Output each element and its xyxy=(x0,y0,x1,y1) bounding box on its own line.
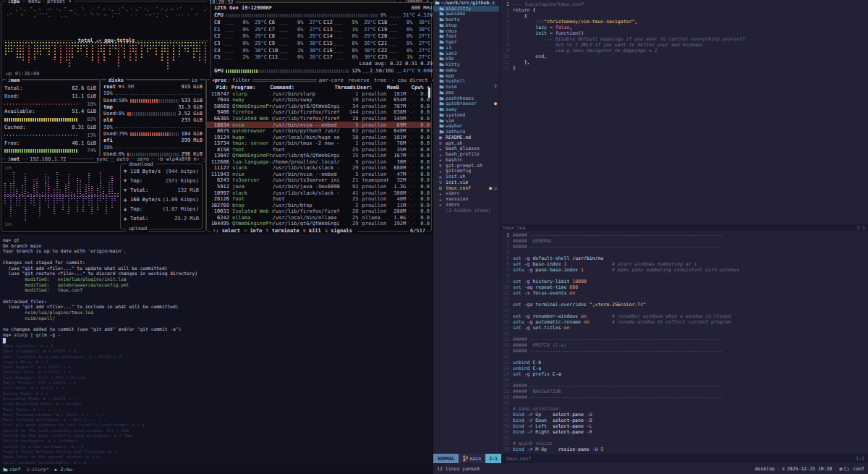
proc-row[interactable]: 13734tmux: server/usr/bin/tmux -2 new -s… xyxy=(207,140,431,147)
net-up-bar xyxy=(109,182,110,195)
tree-file-bash_aliases[interactable]: ★bash_aliases xyxy=(433,146,499,152)
ghost-line: Move focused workspace: ⊞ + Alt + ↑ ↓ ← … xyxy=(3,418,144,423)
editor-buffer-tmux-conf[interactable]: 1##### ---------------------------------… xyxy=(500,232,868,453)
filter-button[interactable]: filter xyxy=(230,77,252,83)
proc-row[interactable]: 18834nvim/usr/bin/nvim --embed5proullon6… xyxy=(207,122,431,128)
proc-row[interactable]: 6243ts3server/usr/bin/ts3server inifi21t… xyxy=(207,177,431,184)
ghost-line: Open Support: ⊞ + Shift + s xyxy=(3,365,144,370)
sort-selector[interactable]: ‹ cpu direct › xyxy=(389,77,436,83)
tree-folder-qutebrowser[interactable]: qutebrowser● xyxy=(433,101,499,107)
net-sync-button[interactable]: sync xyxy=(94,156,111,162)
tree-file-zshrc[interactable]: ★zshrc xyxy=(433,202,499,208)
menu-button[interactable]: menu xyxy=(26,0,43,4)
net-up-bar xyxy=(25,174,26,195)
tree-folder-alacritty[interactable]: alacritty xyxy=(433,6,499,12)
tree-file-init.vim[interactable]: Ⅴinit.vim xyxy=(433,179,499,185)
proc-box-title[interactable]: 4proc xyxy=(210,77,229,83)
editor-buffer-tmux-lua[interactable]: 1--- lua/plugins/tmux.conf2return {3 {4 … xyxy=(500,1,868,223)
net-stat-row: ▲Total:25.2 MiB xyxy=(121,214,202,224)
tree-file-apt.sh[interactable]: ≣apt.sh xyxy=(433,140,499,146)
tree-folder-kitty[interactable]: kitty xyxy=(433,62,499,67)
tree-file-gitconfig[interactable]: ★gitconfig xyxy=(433,169,499,174)
folder-icon xyxy=(439,7,446,11)
tree-folder-mpd[interactable]: mpd xyxy=(433,73,499,79)
proc-row[interactable]: 104495QtWebEngineProc/usr/lib/qt6/QtWebE… xyxy=(207,221,431,227)
proc-row[interactable]: 8158footfoot25proullon35M⠂⠄⠂0.0 xyxy=(207,146,431,153)
proc-row[interactable]: 10031Isolated Web Co/usr/lib/firefox/fir… xyxy=(207,208,431,215)
net-down-bar xyxy=(33,196,35,207)
net-up-bar xyxy=(13,172,14,195)
proc-row[interactable]: 10997slack/usr/lib/slack/slack --t41prou… xyxy=(207,190,431,196)
tree-folder-awesome[interactable]: awesome xyxy=(433,12,499,17)
tree-folder-waybar[interactable]: waybar xyxy=(433,124,499,130)
tree-file-tmux.conf[interactable]: ⊟tmux.conf◻● xyxy=(433,185,499,191)
per-core-toggle[interactable]: per-core xyxy=(317,77,346,83)
proc-row[interactable]: 13047QtWebEngineProc/usr/lib/qt6/QtWebEn… xyxy=(207,153,431,159)
tree-folder-zathura[interactable]: zathura xyxy=(433,129,499,135)
nvim-tree-sidebar[interactable]: ~/work/src/github.calacrittyawesomebeets… xyxy=(433,0,499,454)
proc-row[interactable]: 112686lua-language-se/home/proullon/.loc… xyxy=(207,159,431,166)
proc-row[interactable]: 6242ollama/usr/local/bin/ollama se25olla… xyxy=(207,214,431,221)
tree-folder-beets[interactable]: beets xyxy=(433,17,499,22)
line-number: 2 xyxy=(500,7,513,13)
proc-footer-keys[interactable]: ↑↓ select⏎ infot terminatek kills signal… xyxy=(211,228,357,234)
tree-file-README.md[interactable]: ▣README.md xyxy=(433,135,499,140)
hostname: desktop xyxy=(755,466,775,472)
tree-folder-ion3[interactable]: ion3 xyxy=(433,51,499,56)
tmux-window-2[interactable]: 2:nu- xyxy=(60,467,75,473)
tree-folder-vim[interactable]: vim xyxy=(433,118,499,124)
proc-row[interactable]: 9406firefox/usr/lib/firefox/firefox144pr… xyxy=(207,109,431,116)
gpu-graph-bar xyxy=(57,42,59,44)
mem-box-title[interactable]: 2mem xyxy=(6,77,22,83)
nvim-window[interactable]: ~/work/src/github.calacrittyawesomebeets… xyxy=(433,0,868,474)
disks-box-title[interactable]: disks xyxy=(106,77,126,83)
proc-row[interactable]: 66365Isolated Web Co/usr/lib/firefox/fir… xyxy=(207,116,431,122)
tree-file-bashrc[interactable]: ★bashrc xyxy=(433,157,499,163)
tree-file-xsession[interactable]: ★xsession xyxy=(433,196,499,202)
proc-row[interactable]: 58669QtWebEngineProc/usr/lib/qt6/QtWebEn… xyxy=(207,103,431,110)
proc-row[interactable]: 8675qutebrowser/usr/bin/python3 /usr/bi6… xyxy=(207,128,431,135)
proc-row[interactable]: 102769btop/usr/bin/btop2proullon11M⠂⠄⠂0.… xyxy=(207,202,431,208)
net-stat-row: ▲Top:(1.87 Mibps) xyxy=(121,205,202,214)
tree-folder-poshthemes[interactable]: poshthemes xyxy=(433,96,499,101)
proc-row[interactable]: 111943nvim/usr/bin/nvim --embed5proullon… xyxy=(207,172,431,178)
tree-folder-i3[interactable]: i3 xyxy=(433,45,499,51)
tree-folder-mako[interactable]: mako xyxy=(433,67,499,73)
tree-folder-foot[interactable]: foot xyxy=(433,34,499,40)
tmux-window-1[interactable]: 1:slurp* xyxy=(21,467,49,473)
cpu-box-title[interactable]: 1cpu xyxy=(6,0,22,4)
code-line: 27##### --------------------------------… xyxy=(500,383,868,389)
tree-folder-nvim[interactable]: nvim? xyxy=(433,84,499,90)
tree-folder-sway[interactable]: sway xyxy=(433,106,499,112)
tree-toggle[interactable]: tree xyxy=(372,77,388,83)
net-iface-selector[interactable]: ‹b wlp4s0f0 n› xyxy=(155,156,202,162)
proc-row[interactable]: 28126footfoot25proullon48M⠂⠄⠂0.0 xyxy=(207,196,431,203)
tree-folder-nushell[interactable]: nushell xyxy=(433,79,499,85)
tree-folder-cmus[interactable]: cmus xyxy=(433,28,499,34)
proc-row[interactable]: 19124hugo/usr/local/bin/hugo serv38proul… xyxy=(207,134,431,140)
tree-file-vimrc[interactable]: ★vimrc xyxy=(433,191,499,197)
proc-row[interactable]: 5912java/usr/bin/java -Xmx6096M92proullo… xyxy=(207,184,431,190)
tree-file-git-prompt.sh[interactable]: ≣git-prompt.sh xyxy=(433,163,499,169)
tree-folder-btop[interactable]: btop xyxy=(433,22,499,28)
tree-root[interactable]: ~/work/src/github.c xyxy=(433,0,499,6)
proc-row[interactable]: 7044sway/usr/bin/sway19proullon654M⠂⠄⠂0.… xyxy=(207,97,431,103)
tree-folder-pms[interactable]: pms xyxy=(433,90,499,96)
proc-header-row[interactable]: Pid: Program: Command: Threads: User: Me… xyxy=(207,85,431,91)
proc-scrollbar[interactable] xyxy=(428,88,430,98)
io-toggle[interactable]: io xyxy=(190,77,200,83)
preset-button[interactable]: preset ▾ xyxy=(45,0,74,4)
proc-row[interactable]: 118747slurp/usr/bin/slurp1proullon181M⠂⠄… xyxy=(207,91,431,98)
tree-file-bash_profile[interactable]: ★bash_profile xyxy=(433,151,499,157)
terminal-window[interactable]: Open launcher: ⊞ + dOpen clipboard: ⊞ + … xyxy=(0,234,433,474)
net-box-title[interactable]: 3net xyxy=(6,156,22,162)
tree-folder-systemd[interactable]: systemd xyxy=(433,112,499,118)
tree-folder-hypr[interactable]: hypr xyxy=(433,39,499,45)
proc-row[interactable]: 11127slack/usr/lib/slack/slack --t29prou… xyxy=(207,165,431,172)
net-up-bar xyxy=(27,192,29,195)
reverse-toggle[interactable]: reverse xyxy=(346,77,372,83)
code-line: 5 lazy = false, xyxy=(500,25,868,30)
tree-file-init.sh[interactable]: ≣init.sh xyxy=(433,174,499,179)
tree-folder-k9s[interactable]: k9s xyxy=(433,56,499,62)
gpu-graph-bar xyxy=(69,42,70,67)
